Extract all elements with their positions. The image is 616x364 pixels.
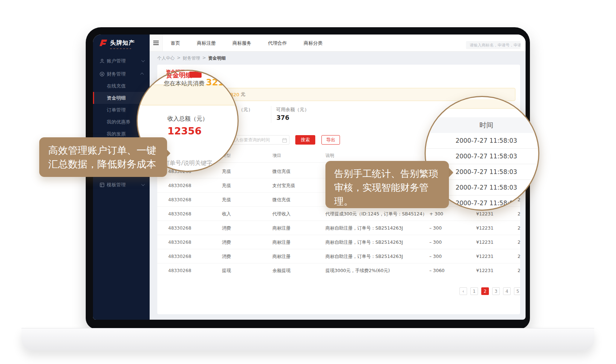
cell-time: 2000-7-27 11:58:03 — [518, 268, 520, 273]
cell-project: 代理收入 — [272, 211, 291, 217]
cell-balance: ¥12231 — [476, 254, 494, 259]
cell-amount: – 300 — [429, 225, 442, 231]
magnified-red-badge — [189, 72, 202, 78]
sidebar-item-label: 资金明细 — [107, 95, 126, 101]
cell-order: 48330268 — [168, 254, 191, 259]
hamburger-menu-icon[interactable] — [150, 35, 163, 51]
magnified-time-cell: 2000-7-27 11:58:03 — [426, 133, 539, 149]
magnified-order-header: 订单号/说明关键字 — [164, 159, 212, 167]
callout-left: 高效管理账户订单、一键 汇总数据，降低财务成本 — [39, 137, 167, 177]
cell-time: 2000-7-27 11:58:03 — [518, 211, 520, 217]
cell-project: 微信充值 — [272, 169, 291, 175]
sidebar-item-label: 账户管理 — [107, 58, 126, 64]
cell-balance: ¥12231 — [476, 225, 494, 231]
chevron-down-icon — [141, 58, 145, 62]
cell-amount: + 300 — [429, 211, 443, 217]
cell-order: 48330268 — [168, 183, 191, 188]
pagination-page-2-active[interactable]: 2 — [481, 287, 489, 295]
logo-icon — [99, 39, 108, 47]
callout-text: 理。 — [334, 194, 449, 208]
callout-text: 审核，实现智能财务管 — [334, 181, 449, 194]
logo-title: 头牌知产 — [110, 39, 135, 47]
logo: 头牌知产 — [99, 39, 135, 47]
sidebar-item-account[interactable]: 账户管理 — [93, 55, 150, 67]
cell-balance: ¥12231 — [476, 239, 494, 245]
nav-link-home[interactable]: 首页 — [171, 40, 180, 46]
magnified-income-value: 12356 — [167, 125, 202, 137]
cell-type: 充值 — [222, 183, 231, 189]
sidebar-item-label: 订单管理 — [107, 107, 126, 113]
col-desc-header: 说明 — [325, 153, 334, 159]
cell-order: 48330268 — [168, 239, 191, 245]
pagination-prev[interactable]: ‹ — [459, 287, 467, 295]
cell-balance: ¥12231 — [476, 211, 494, 217]
sidebar-item-template[interactable]: 模板管理 — [93, 179, 150, 191]
breadcrumb: 个人中心 > 财务管理 > 资金明细 — [157, 55, 226, 61]
cell-desc: 商标自助注册，订单号：SB2514263J — [325, 225, 403, 231]
cell-desc: 商标自助注册，订单号：SB2514263J — [325, 239, 403, 246]
user-icon — [100, 58, 105, 64]
cell-type: 收入 — [222, 211, 231, 217]
nav-links: 首页 商标注册 商标服务 代理合作 商标分类 — [171, 35, 323, 52]
cell-order: 48330268 — [168, 225, 191, 231]
cell-project: 微信充值 — [272, 197, 291, 203]
col-project-header[interactable]: 项目 — [272, 153, 277, 158]
cell-project: 商标注册 — [272, 254, 291, 260]
cell-amount: – 300 — [429, 239, 442, 245]
table-row: 48330268 提现 余额提现 提现3000元，手续费2%(60元) – 30… — [157, 263, 520, 278]
nav-link-tm-register[interactable]: 商标注册 — [197, 40, 216, 46]
sidebar-item-label: 在线充值 — [107, 83, 126, 89]
cell-project: 余额提现 — [272, 268, 291, 274]
table-row: 48330268 消费 商标注册 商标自助注册，订单号：SB2514263J –… — [157, 235, 520, 249]
search-input[interactable] — [466, 41, 520, 49]
cell-desc: 代理提成300元（ID:1245，订单号：SB45124） — [325, 211, 427, 217]
sidebar-item-label: 模板管理 — [107, 182, 126, 188]
nav-link-tm-category[interactable]: 商标分类 — [304, 40, 323, 46]
breadcrumb-item[interactable]: 个人中心 — [157, 55, 175, 61]
export-button[interactable]: 导出 — [321, 135, 340, 145]
search-button[interactable]: 搜索 — [295, 135, 315, 145]
chevron-up-icon — [140, 73, 144, 76]
sidebar-item-finance[interactable]: 财务管理 — [93, 68, 150, 80]
chevron-down-icon — [141, 182, 145, 186]
nav-link-tm-service[interactable]: 商标服务 — [232, 40, 251, 46]
pagination-page-5[interactable]: 5 — [514, 287, 520, 295]
nav-link-agency[interactable]: 代理合作 — [268, 40, 287, 46]
cell-balance: ¥12231 — [476, 268, 494, 273]
cell-project: 商标注册 — [272, 239, 291, 246]
sidebar: 头牌知产 账户管理 财务管理 — [93, 35, 150, 320]
cell-amount: – 300 — [429, 254, 442, 259]
stat-expense-label: （元） — [239, 106, 253, 113]
banner-unit: 元 — [241, 91, 246, 98]
table-row: 48330268 收入 代理收入 代理提成300元（ID:1245，订单号：SB… — [157, 207, 520, 221]
breadcrumb-item[interactable]: 财务管理 — [183, 55, 200, 61]
breadcrumb-separator: > — [177, 55, 181, 61]
cell-order: 48330268 — [168, 211, 191, 217]
pagination-page-4[interactable]: 4 — [503, 287, 511, 295]
magnified-banner — [141, 85, 239, 105]
cell-type: 消费 — [222, 225, 231, 231]
callout-text: 汇总数据，降低财务成本 — [48, 157, 167, 171]
cell-type: 消费 — [222, 239, 231, 246]
callout-right: 告别手工统计、告别繁琐 审核，实现智能财务管 理。 — [325, 161, 449, 208]
breadcrumb-separator: > — [202, 55, 206, 61]
sidebar-item-label: 财务管理 — [107, 71, 126, 77]
cell-type: 充值 — [222, 197, 231, 203]
page: 头牌知产 账户管理 财务管理 — [0, 0, 616, 364]
cell-order: 48330268 — [168, 197, 191, 202]
pagination-page-3[interactable]: 3 — [492, 287, 500, 295]
cell-order: 48330268 — [168, 268, 191, 273]
table-row: 48330268 消费 商标注册 商标自助注册，订单号：SB2514263J –… — [157, 249, 520, 263]
cell-time: 2000-7-27 11:58:03 — [518, 225, 520, 231]
stat-divider — [271, 106, 271, 123]
sidebar-item-label: 我的优惠券 — [107, 119, 130, 125]
cell-project: 支付宝充值 — [272, 183, 295, 189]
logo-tagline-decoration — [110, 48, 131, 49]
stat-balance-label: 可用余额（元） — [276, 106, 309, 113]
template-icon — [100, 182, 105, 187]
sidebar-item-recharge[interactable]: 在线充值 — [93, 80, 150, 92]
pagination-page-1[interactable]: 1 — [470, 287, 478, 295]
cell-desc: 商标自助注册，订单号：SB2514263J — [325, 254, 403, 260]
callout-text: 高效管理账户订单、一键 — [48, 143, 167, 157]
sidebar-item-label: 我的发票 — [107, 131, 126, 137]
